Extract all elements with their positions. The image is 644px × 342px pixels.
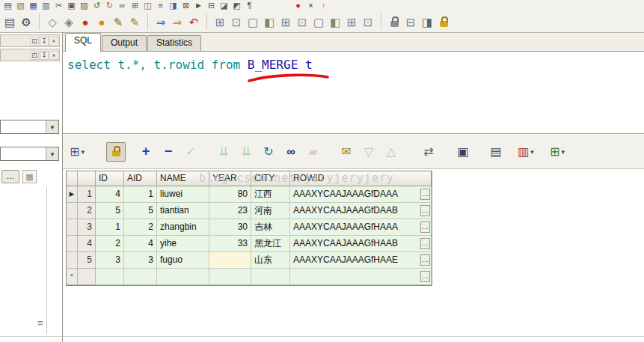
undo-icon[interactable]: ↺ [91,1,103,10]
copy-results-button[interactable]: ▥▾ [516,142,536,162]
cell-id[interactable]: 4 [96,186,124,203]
cell-aid[interactable]: 3 [124,252,157,269]
cell-year[interactable]: 33 [209,236,251,252]
tab-sql[interactable]: SQL [65,33,101,52]
insert-row-button[interactable]: + [136,142,156,162]
tab-statistics[interactable]: Statistics [147,35,201,51]
diamond-icon[interactable]: ◈ [61,13,77,30]
cell-city[interactable] [251,269,290,285]
clear-button[interactable]: ▰ [304,142,323,162]
cell-city[interactable]: 吉林 [251,219,290,236]
save-results-button[interactable]: ▣ [453,142,473,162]
plsql-window-icon[interactable]: ▢ [245,13,261,30]
col-header-aid[interactable]: AID [124,171,157,186]
restore-icon[interactable]: ⊡ [30,37,39,46]
cell-ellipsis-button[interactable]: … [420,222,430,233]
fetch-all-button[interactable]: ⇊ [236,142,256,162]
col-header-rowid[interactable]: ROWID [290,171,432,186]
cell-rowid[interactable]: AAAXYCAAJAAAGfDAAA… [290,186,432,203]
delete-row-button[interactable]: − [159,142,178,162]
print-results-button[interactable]: ▤ [486,142,506,162]
row-indicator[interactable] [67,203,78,219]
cell-id[interactable] [96,269,124,285]
cell-aid[interactable]: 4 [124,236,157,252]
grid-mode-button[interactable]: ⊞▾ [67,142,87,162]
col-header-name[interactable]: NAME [157,171,209,186]
procedure-window-icon[interactable]: ⊞ [343,13,360,30]
left-dropdown-1[interactable]: ▾ [0,120,59,134]
cell-name[interactable]: tiantian [157,203,209,219]
next-set-button[interactable]: △ [381,142,401,162]
row-number-cell[interactable] [78,269,96,285]
find-icon[interactable]: ∞ [116,1,129,10]
cell-aid[interactable]: 2 [124,219,157,236]
cell-year[interactable] [209,269,251,285]
compile-icon[interactable]: ⊠ [180,1,192,10]
row-number-cell[interactable]: 4 [78,236,96,252]
row-number-cell[interactable]: 2 [78,203,96,219]
sql-window-icon[interactable]: ⊞ [212,13,228,30]
rollback-icon[interactable]: ↶ [185,13,202,30]
previous-set-button[interactable]: ▽ [359,142,378,162]
cell-name[interactable]: zhangbin [157,219,209,236]
cell-ellipsis-button[interactable]: … [420,238,430,249]
pin-icon[interactable]: ↧ [40,51,49,60]
cell-city[interactable]: 黑龙江 [251,236,290,252]
new-window-icon[interactable]: ⊞ [129,1,141,10]
resize-grip[interactable]: ≡ [37,317,43,329]
cell-id[interactable]: 2 [96,236,124,252]
cell-rowid[interactable]: AAAXYCAAJAAAGfDAAB… [290,203,432,219]
cell-year[interactable] [209,252,251,269]
step-icon[interactable]: ⇒ [169,13,185,30]
sql-editor[interactable]: select t.*, t.rowid from B_MERGE t [63,52,644,133]
restore-icon[interactable]: ⊡ [30,51,39,60]
test-window-icon[interactable]: ⊡ [228,13,245,30]
cell-city[interactable]: 江西 [251,186,290,203]
export-results-button[interactable]: ✉ [337,142,356,162]
link-query-button[interactable]: ⇄ [419,142,438,162]
execute-window-icon[interactable]: ► [192,1,205,10]
row-indicator[interactable] [67,219,78,236]
row-number-cell[interactable]: 3 [78,219,96,236]
row-number-cell[interactable]: 5 [78,252,96,269]
cell-ellipsis-button[interactable]: … [420,254,430,266]
post-changes-button[interactable]: ✓ [181,142,200,162]
cell-rowid[interactable]: AAAXYCAAJAAAGfHAAA… [290,219,432,236]
cell-ellipsis-button[interactable]: … [420,189,430,200]
browser-window-icon[interactable]: ◧ [327,13,343,30]
paste-icon[interactable]: ▨ [78,1,91,10]
col-header-id[interactable]: ID [96,171,124,186]
diamond-outline-icon[interactable]: ◇ [44,13,61,30]
cell-aid[interactable]: 1 [124,186,157,203]
report-window-icon[interactable]: ◧ [261,13,277,30]
cascade-windows-icon[interactable]: ◫ [141,1,154,10]
filter-icon[interactable]: ▦ [22,170,37,183]
key-lock-icon[interactable] [435,13,452,30]
cell-aid[interactable] [124,269,157,285]
save-icon[interactable]: ▦ [27,1,40,10]
describe-icon[interactable]: ≡ [154,1,167,10]
cell-year[interactable]: 30 [209,219,251,236]
cell-id[interactable]: 1 [96,219,124,236]
refresh-button[interactable]: ↻ [259,142,278,162]
cell-city[interactable]: 山东 [251,252,290,269]
cell-rowid[interactable]: AAAXYCAAJAAAGfHAAB… [290,236,432,252]
copy-icon[interactable]: ▣ [65,1,78,10]
left-dropdown-2[interactable]: ▾ [0,147,59,161]
cell-aid[interactable]: 5 [124,203,157,219]
preferences-wrench-icon[interactable]: ⚙ [18,13,34,30]
stop-icon[interactable]: ● [292,1,304,10]
dock-panel-header-2[interactable]: ⊡↧× [0,49,60,61]
explain-window-icon[interactable]: ⊡ [294,13,310,30]
row-indicator[interactable] [67,252,78,269]
col-header-city[interactable]: CITY [251,171,290,186]
upload-icon[interactable]: ↑ [317,1,330,10]
row-indicator[interactable]: ▶ [67,186,78,203]
redo-icon[interactable]: ↻ [103,1,116,10]
cell-year[interactable]: 80 [209,186,251,203]
cell-id[interactable]: 5 [96,203,124,219]
pen-icon[interactable]: ✎ [110,13,126,30]
new-icon[interactable]: ▤ [1,1,14,10]
chevron-down-icon[interactable]: ▾ [46,120,58,133]
amber-ball-icon[interactable]: ● [93,13,110,30]
